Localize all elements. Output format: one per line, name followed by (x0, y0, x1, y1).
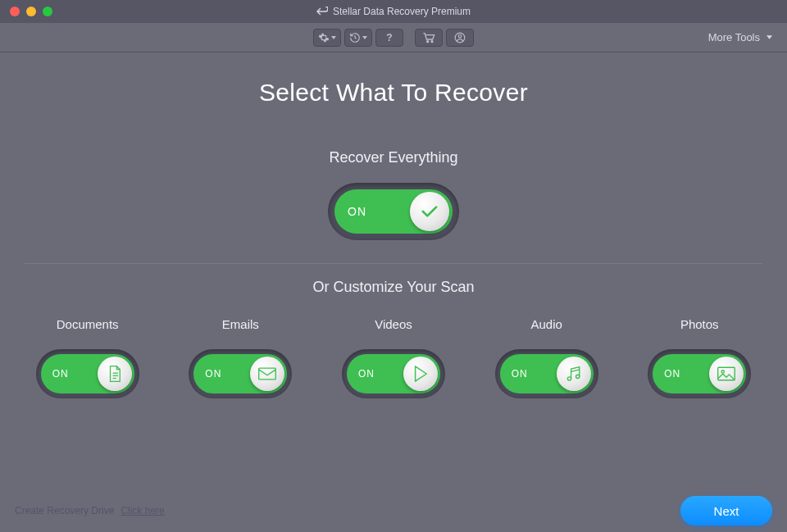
next-button-label: Next (714, 504, 739, 518)
email-icon (257, 366, 277, 381)
category-documents: Documents ON (14, 317, 161, 398)
check-icon (421, 204, 439, 219)
svg-point-0 (427, 40, 429, 42)
create-recovery-drive: Create Recovery Drive Click here (15, 505, 165, 516)
toggle-state-label: ON (348, 205, 366, 218)
svg-point-13 (721, 371, 724, 373)
toggle-state-label: ON (512, 368, 528, 380)
toggle-knob (98, 357, 132, 391)
cart-button[interactable] (415, 29, 443, 47)
toggle-knob (250, 357, 284, 391)
category-label: Emails (222, 317, 259, 331)
music-icon (565, 365, 583, 383)
window-title: Stellar Data Recovery Premium (316, 6, 471, 17)
svg-point-10 (575, 375, 579, 378)
help-button[interactable]: ? (375, 29, 403, 47)
svg-point-1 (431, 40, 433, 42)
divider (25, 263, 762, 264)
category-label: Audio (530, 317, 562, 331)
toggle-state-label: ON (664, 368, 680, 380)
cart-icon (422, 32, 435, 43)
category-list: Documents ON Emails ON (0, 317, 787, 398)
customize-scan-label: Or Customize Your Scan (0, 279, 787, 296)
toggle-documents[interactable]: ON (36, 349, 139, 398)
toggle-state-label: ON (52, 368, 69, 380)
toggle-state-label: ON (205, 368, 221, 380)
page-title: Select What To Recover (0, 79, 787, 107)
toggle-videos[interactable]: ON (342, 349, 445, 398)
traffic-lights (0, 7, 52, 16)
svg-marker-8 (416, 366, 427, 381)
main-content: Select What To Recover Recover Everythin… (0, 52, 787, 398)
photo-icon (716, 366, 736, 382)
history-icon (349, 32, 361, 43)
toggle-photos[interactable]: ON (648, 349, 751, 398)
more-tools-label: More Tools (708, 31, 760, 43)
user-icon (454, 32, 466, 43)
question-icon: ? (386, 32, 392, 43)
window-title-text: Stellar Data Recovery Premium (333, 6, 471, 17)
category-videos: Videos ON (320, 317, 467, 398)
category-label: Documents (57, 317, 119, 331)
settings-button[interactable] (313, 29, 341, 47)
svg-rect-7 (259, 368, 276, 380)
history-button[interactable] (344, 29, 372, 47)
chevron-down-icon (362, 36, 367, 39)
category-label: Photos (680, 317, 719, 331)
toggle-state-label: ON (358, 368, 375, 380)
category-audio: Audio ON (473, 317, 621, 398)
svg-point-9 (567, 377, 571, 380)
maximize-window-button[interactable] (43, 7, 52, 16)
next-button[interactable]: Next (680, 496, 772, 525)
toggle-knob (410, 192, 449, 231)
toolbar: ? More Tools (0, 23, 787, 52)
close-window-button[interactable] (10, 7, 20, 16)
toggle-emails[interactable]: ON (189, 349, 292, 398)
category-photos: Photos ON (626, 317, 773, 398)
chevron-down-icon (767, 35, 772, 39)
toggle-knob (403, 357, 438, 391)
minimize-window-button[interactable] (26, 7, 36, 16)
toolbar-group-right (415, 29, 474, 47)
recover-everything-toggle[interactable]: ON (328, 183, 459, 240)
toggle-audio[interactable]: ON (495, 349, 598, 398)
gear-icon (318, 32, 330, 43)
svg-line-11 (571, 370, 579, 372)
recover-everything-label: Recover Everything (0, 149, 787, 166)
click-here-link[interactable]: Click here (121, 505, 164, 516)
titlebar: Stellar Data Recovery Premium (0, 0, 787, 23)
more-tools-dropdown[interactable]: More Tools (708, 31, 772, 43)
toggle-knob (709, 357, 744, 391)
chevron-down-icon (331, 36, 336, 39)
toggle-knob (557, 357, 591, 391)
document-icon (107, 365, 123, 383)
footer: Create Recovery Drive Click here Next (0, 489, 787, 532)
category-label: Videos (375, 317, 412, 331)
category-emails: Emails ON (166, 317, 314, 398)
svg-point-3 (458, 34, 462, 38)
account-button[interactable] (446, 29, 474, 47)
toolbar-group-left: ? (313, 29, 403, 47)
play-icon (412, 365, 429, 383)
recovery-drive-label: Create Recovery Drive (15, 505, 114, 516)
back-arrow-icon (316, 7, 328, 16)
